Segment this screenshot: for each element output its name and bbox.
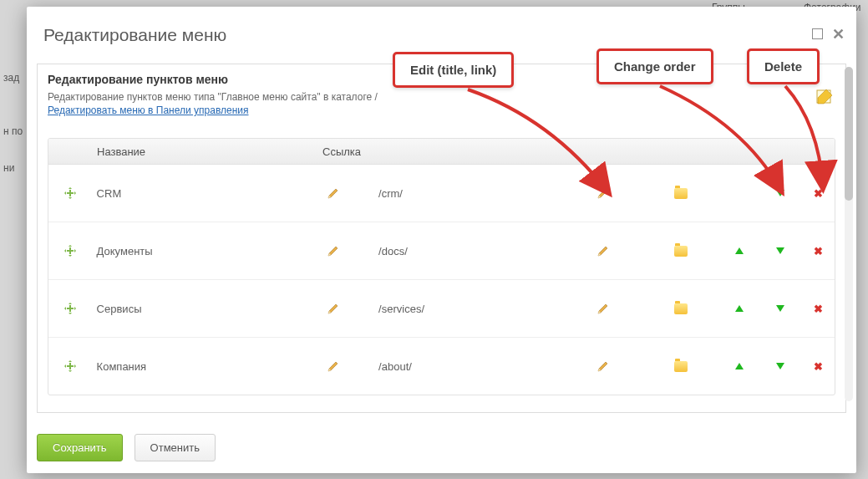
- edit-name-icon[interactable]: [327, 303, 339, 315]
- callout-edit: Edit (title, link): [393, 52, 514, 88]
- svg-rect-8: [67, 365, 74, 367]
- save-button[interactable]: Сохранить: [37, 434, 123, 461]
- move-down-icon[interactable]: [776, 190, 784, 196]
- control-panel-link[interactable]: Редактировать меню в Панели управления: [48, 104, 249, 116]
- col-link: Ссылка: [322, 145, 573, 158]
- move-handle-icon[interactable]: [64, 360, 76, 372]
- folder-icon[interactable]: [674, 361, 688, 372]
- edit-link-icon[interactable]: [596, 303, 609, 315]
- notepad-icon[interactable]: [815, 88, 834, 104]
- dialog-footer: Сохранить Отменить: [37, 434, 216, 461]
- move-down-icon[interactable]: [776, 305, 784, 312]
- svg-rect-6: [67, 308, 74, 309]
- callout-delete: Delete: [747, 48, 820, 84]
- edit-link-icon[interactable]: [596, 187, 609, 200]
- move-handle-icon[interactable]: [64, 245, 76, 257]
- bg-text: н по: [3, 125, 23, 137]
- bg-text: зад: [3, 72, 19, 84]
- move-handle-icon[interactable]: [64, 187, 76, 199]
- move-down-icon[interactable]: [776, 247, 784, 254]
- row-link: /docs/: [378, 245, 561, 257]
- section-title: Редактирование пунктов меню: [48, 73, 228, 86]
- menu-table: Название Ссылка CRM/crm/✖Документы/docs/…: [48, 138, 835, 395]
- delete-icon[interactable]: ✖: [814, 245, 823, 257]
- maximize-button[interactable]: [812, 28, 823, 39]
- dialog-body: Редактирование пунктов меню Редактирован…: [37, 64, 846, 413]
- table-row: CRM/crm/✖: [48, 165, 835, 222]
- svg-rect-2: [67, 192, 74, 194]
- row-name: CRM: [92, 187, 287, 200]
- col-name: Название: [92, 145, 322, 158]
- edit-name-icon[interactable]: [327, 245, 339, 257]
- move-up-icon[interactable]: [735, 363, 744, 369]
- folder-icon[interactable]: [674, 188, 688, 199]
- move-up-icon[interactable]: [735, 247, 744, 254]
- cancel-button[interactable]: Отменить: [135, 434, 216, 461]
- move-handle-icon[interactable]: [64, 303, 76, 314]
- row-link: /about/: [378, 360, 561, 373]
- dialog-title: Редактирование меню: [43, 25, 226, 45]
- svg-rect-4: [67, 250, 74, 252]
- move-down-icon[interactable]: [776, 363, 784, 369]
- edit-name-icon[interactable]: [327, 187, 339, 200]
- folder-icon[interactable]: [674, 246, 688, 257]
- table-row: Компания/about/✖: [48, 338, 835, 395]
- close-button[interactable]: ✕: [832, 25, 845, 43]
- row-link: /crm/: [378, 187, 561, 200]
- delete-icon[interactable]: ✖: [814, 303, 823, 315]
- bg-text: ни: [3, 162, 14, 174]
- table-row: Сервисы/services/✖: [48, 280, 835, 338]
- edit-link-icon[interactable]: [596, 360, 609, 373]
- edit-link-icon[interactable]: [596, 245, 609, 257]
- folder-icon[interactable]: [674, 303, 688, 314]
- table-row: Документы/docs/✖: [48, 222, 835, 280]
- delete-icon[interactable]: ✖: [814, 187, 823, 200]
- delete-icon[interactable]: ✖: [814, 360, 823, 373]
- table-header: Название Ссылка: [48, 139, 835, 165]
- callout-order: Change order: [596, 48, 713, 84]
- move-up-icon[interactable]: [735, 305, 744, 312]
- row-name: Компания: [92, 360, 287, 373]
- row-link: /services/: [378, 303, 561, 315]
- row-name: Документы: [92, 245, 287, 257]
- edit-name-icon[interactable]: [327, 360, 339, 373]
- scrollbar[interactable]: [845, 67, 853, 401]
- section-subtitle: Редактирование пунктов меню типа "Главно…: [48, 91, 378, 103]
- row-name: Сервисы: [92, 303, 287, 315]
